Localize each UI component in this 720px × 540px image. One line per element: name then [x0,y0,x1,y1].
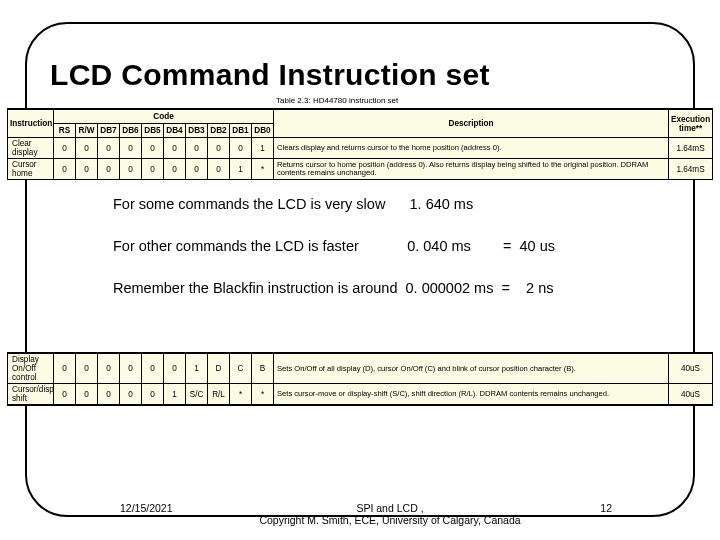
cell-bit: 0 [98,138,120,159]
instruction-table-top-table: Instruction Code Description Execution t… [7,109,713,180]
footer-page-number: 12 [600,502,612,514]
instruction-table-top: Instruction Code Description Execution t… [7,108,713,180]
col-db2: DB2 [208,124,230,138]
cell-bit: 0 [54,384,76,405]
col-db7: DB7 [98,124,120,138]
cell-bit: * [252,159,274,180]
cell-bit: 0 [230,138,252,159]
cell-bit: R/L [208,384,230,405]
cell-bit: 0 [54,354,76,384]
col-db0: DB0 [252,124,274,138]
cell-bit: 0 [164,159,186,180]
cell-bit: C [230,354,252,384]
cell-instr: Clear display [8,138,54,159]
cell-bit: 1 [164,384,186,405]
cell-bit: 0 [142,354,164,384]
cell-bit: 1 [252,138,274,159]
cell-bit: 0 [76,159,98,180]
cell-bit: 0 [120,159,142,180]
cell-desc: Returns cursor to home position (address… [274,159,669,180]
col-code: Code [54,110,274,124]
cell-bit: 0 [142,384,164,405]
col-db5: DB5 [142,124,164,138]
cell-desc: Sets cursor-move or display-shift (S/C),… [274,384,669,405]
cell-bit: 0 [142,138,164,159]
col-instruction: Instruction [8,110,54,138]
cell-bit: D [208,354,230,384]
table-header-row-1: Instruction Code Description Execution t… [8,110,713,124]
col-description: Description [274,110,669,138]
col-rw: R/W [76,124,98,138]
table-caption: Table 2.3: HD44780 instruction set [276,96,398,105]
cell-bit: B [252,354,274,384]
instruction-table-bottom: Display On/Off control 0 0 0 0 0 0 1 D C… [7,352,713,406]
cell-bit: 1 [230,159,252,180]
cell-instr: Display On/Off control [8,354,54,384]
cell-bit: 0 [120,138,142,159]
cell-instr: Cursor home [8,159,54,180]
cell-bit: 0 [76,384,98,405]
cell-bit: 0 [142,159,164,180]
body-line-2: For other commands the LCD is faster 0. … [113,238,555,254]
slide: LCD Command Instruction set Table 2.3: H… [0,0,720,540]
cell-bit: * [230,384,252,405]
cell-desc: Sets On/Off of all display (D), cursor O… [274,354,669,384]
cell-bit: 0 [98,354,120,384]
cell-bit: S/C [186,384,208,405]
cell-exec: 1.64mS [669,138,713,159]
cell-bit: 0 [120,354,142,384]
cell-bit: 0 [54,138,76,159]
col-exec: Execution time** [669,110,713,138]
cell-bit: 0 [76,354,98,384]
cell-bit: 0 [54,159,76,180]
body-line-1: For some commands the LCD is very slow 1… [113,196,473,212]
footer: 12/15/2021 SPI and LCD , Copyright M. Sm… [0,500,720,534]
cell-exec: 1.64mS [669,159,713,180]
cell-exec: 40uS [669,384,713,405]
col-rs: RS [54,124,76,138]
cell-bit: 0 [208,138,230,159]
cell-bit: 0 [186,159,208,180]
table-row: Cursor home 0 0 0 0 0 0 0 0 1 * Returns … [8,159,713,180]
cell-bit: 0 [164,354,186,384]
table-row: Clear display 0 0 0 0 0 0 0 0 0 1 Clears… [8,138,713,159]
cell-bit: 0 [164,138,186,159]
cell-bit: 1 [186,354,208,384]
footer-mid-line2: Copyright M. Smith, ECE, University of C… [259,514,520,526]
table-row: Display On/Off control 0 0 0 0 0 0 1 D C… [8,354,713,384]
table-row: Cursor/display shift 0 0 0 0 0 1 S/C R/L… [8,384,713,405]
cell-bit: 0 [186,138,208,159]
body-line-3: Remember the Blackfin instruction is aro… [113,280,553,296]
footer-date: 12/15/2021 [120,502,173,514]
cell-bit: * [252,384,274,405]
col-db4: DB4 [164,124,186,138]
cell-desc: Clears display and returns cursor to the… [274,138,669,159]
cell-exec: 40uS [669,354,713,384]
footer-mid-line1: SPI and LCD , [356,502,423,514]
cell-instr: Cursor/display shift [8,384,54,405]
col-db1: DB1 [230,124,252,138]
footer-center: SPI and LCD , Copyright M. Smith, ECE, U… [235,502,545,526]
cell-bit: 0 [98,384,120,405]
cell-bit: 0 [98,159,120,180]
col-db6: DB6 [120,124,142,138]
slide-title: LCD Command Instruction set [50,58,670,92]
cell-bit: 0 [76,138,98,159]
instruction-table-bottom-table: Display On/Off control 0 0 0 0 0 0 1 D C… [7,353,713,405]
col-db3: DB3 [186,124,208,138]
cell-bit: 0 [120,384,142,405]
cell-bit: 0 [208,159,230,180]
